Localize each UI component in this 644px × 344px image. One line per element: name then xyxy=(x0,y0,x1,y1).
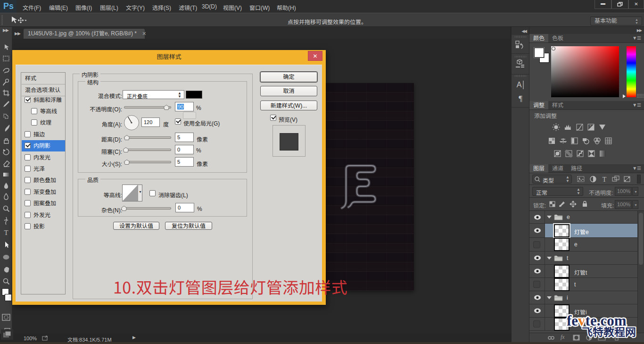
svg-text:T: T xyxy=(4,229,8,236)
svg-text:T: T xyxy=(603,176,607,183)
svg-text:+: + xyxy=(589,124,591,127)
svg-text:飞特教程网: 飞特教程网 xyxy=(582,323,636,339)
svg-text:A: A xyxy=(517,81,522,89)
svg-text:¶: ¶ xyxy=(519,94,522,103)
